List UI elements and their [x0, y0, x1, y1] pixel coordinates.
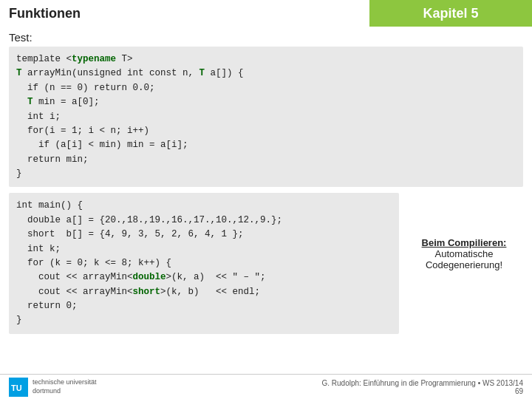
- code-block-1: template <typename T>T arrayMin(unsigned…: [9, 47, 523, 187]
- side-note-line1: Beim Compilieren:: [422, 237, 507, 248]
- footer-logo: TU technische universität dortmund: [9, 378, 321, 397]
- footer-institution: technische universität dortmund: [33, 378, 97, 395]
- tu-logo-icon: TU: [9, 378, 28, 397]
- side-note-line2: Automatische: [435, 248, 494, 259]
- content: Test: template <typename T>T arrayMin(un…: [0, 27, 532, 337]
- footer-credit-text: G. Rudolph: Einführung in die Programmie…: [321, 379, 523, 387]
- header-title: Funktionen: [0, 0, 369, 27]
- side-note: Beim Compilieren: Automatische Codegener…: [405, 193, 523, 270]
- code-block-2: int main() { double a[] = {20.,18.,19.,1…: [9, 193, 399, 333]
- header-chapter: Kapitel 5: [369, 0, 532, 27]
- header: Funktionen Kapitel 5: [0, 0, 532, 27]
- footer-uni-name2: dortmund: [33, 387, 97, 396]
- second-row: int main() { double a[] = {20.,18.,19.,1…: [9, 193, 523, 333]
- test-label: Test:: [9, 31, 523, 44]
- footer: TU technische universität dortmund G. Ru…: [0, 374, 532, 399]
- footer-credit: G. Rudolph: Einführung in die Programmie…: [321, 379, 523, 395]
- side-note-line3: Codegenerierung!: [426, 259, 502, 270]
- footer-uni-name1: technische universität: [33, 378, 97, 387]
- svg-text:TU: TU: [11, 383, 22, 392]
- footer-page: 69: [321, 387, 523, 395]
